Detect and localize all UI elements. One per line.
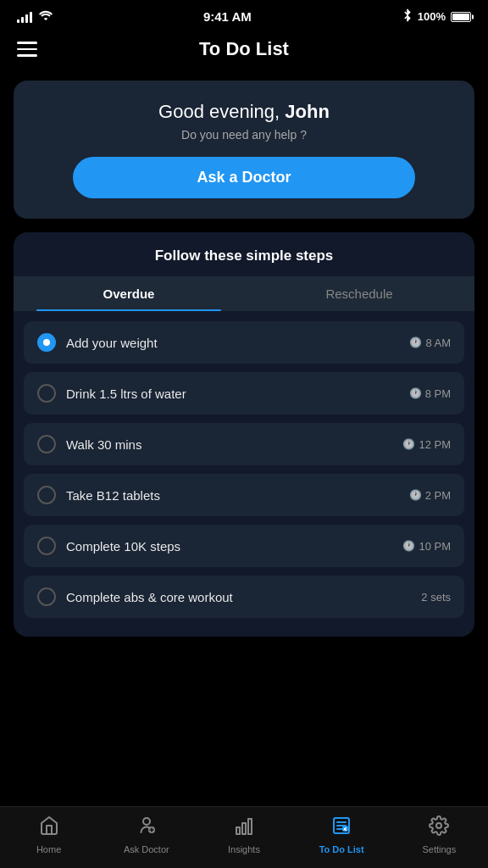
signal-bar-4 <box>30 12 32 23</box>
bluetooth-icon <box>402 8 413 25</box>
hamburger-line-3 <box>17 54 37 57</box>
nav-label-insights: Insights <box>228 844 260 854</box>
wifi-icon <box>39 10 53 23</box>
task-time: 🕐 2 PM <box>409 489 451 502</box>
clock-icon: 🕐 <box>402 438 415 450</box>
task-checkbox[interactable] <box>37 537 56 555</box>
nav-item-ask-doctor[interactable]: Ask Doctor <box>117 815 176 854</box>
task-time: 🕐 10 PM <box>402 540 451 553</box>
bottom-spacer <box>0 637 488 713</box>
task-checkbox[interactable] <box>37 333 56 352</box>
status-bar: 9:41 AM 100% <box>0 0 488 30</box>
header: To Do List <box>0 30 488 74</box>
signal-bar-2 <box>21 17 24 23</box>
greeting-text: Good evening, John <box>30 101 458 123</box>
settings-icon <box>429 815 449 841</box>
svg-point-1 <box>143 818 150 825</box>
signal-bars-icon <box>17 11 32 23</box>
steps-section: Follow these simple steps Overdue Resche… <box>14 232 474 637</box>
task-time: 🕐 8 PM <box>409 387 451 400</box>
tab-reschedule[interactable]: Reschedule <box>244 276 474 311</box>
task-label: Drink 1.5 ltrs of water <box>66 387 186 401</box>
task-item[interactable]: Add your weight 🕐 8 AM <box>24 321 464 364</box>
task-left: Walk 30 mins <box>37 435 141 453</box>
doctor-icon <box>136 815 157 841</box>
task-label: Complete 10K steps <box>66 539 180 554</box>
task-label: Add your weight <box>66 336 158 350</box>
nav-label-settings: Settings <box>422 844 456 854</box>
task-item[interactable]: Take B12 tablets 🕐 2 PM <box>24 474 464 516</box>
hamburger-line-2 <box>17 48 37 51</box>
bottom-nav: Home Ask Doctor Insights <box>0 806 488 868</box>
status-time: 9:41 AM <box>203 9 252 24</box>
nav-label-todo: To Do List <box>319 844 364 854</box>
hamburger-line-1 <box>17 42 37 44</box>
greeting-card: Good evening, John Do you need any help … <box>14 81 474 219</box>
task-checkbox[interactable] <box>37 587 56 606</box>
svg-point-15 <box>436 823 441 828</box>
task-checkbox[interactable] <box>37 384 56 403</box>
clock-icon: 🕐 <box>402 540 415 552</box>
task-left: Take B12 tablets <box>37 486 160 504</box>
task-time: 🕐 12 PM <box>402 438 451 451</box>
clock-icon: 🕐 <box>409 489 422 501</box>
hamburger-menu[interactable] <box>17 42 37 57</box>
steps-header-title: Follow these simple steps <box>14 232 474 276</box>
battery-icon <box>451 12 471 22</box>
status-left <box>17 10 53 23</box>
task-list: Add your weight 🕐 8 AM Drink 1.5 ltrs of… <box>14 318 474 637</box>
nav-item-insights[interactable]: Insights <box>214 815 274 854</box>
signal-bar-3 <box>25 14 28 23</box>
tabs-container: Overdue Reschedule <box>14 276 474 311</box>
clock-icon: 🕐 <box>409 337 422 348</box>
task-time: 2 sets <box>421 591 451 604</box>
task-checkbox[interactable] <box>37 486 56 504</box>
task-item[interactable]: Walk 30 mins 🕐 12 PM <box>24 423 464 465</box>
svg-rect-5 <box>236 827 240 834</box>
status-right: 100% <box>402 8 471 25</box>
task-time: 🕐 8 AM <box>409 337 451 349</box>
task-left: Complete 10K steps <box>37 537 180 555</box>
task-left: Add your weight <box>37 333 158 352</box>
page-title: To Do List <box>199 38 289 60</box>
svg-rect-6 <box>242 823 246 834</box>
svg-rect-7 <box>248 819 252 834</box>
signal-bar-1 <box>17 19 19 23</box>
ask-doctor-button[interactable]: Ask a Doctor <box>73 157 414 198</box>
task-checkbox[interactable] <box>37 435 56 453</box>
nav-item-todo[interactable]: To Do List <box>312 815 371 854</box>
insights-icon <box>234 815 254 841</box>
task-item[interactable]: Complete abs & core workout 2 sets <box>24 576 464 618</box>
nav-item-settings[interactable]: Settings <box>409 815 469 854</box>
nav-label-home: Home <box>36 844 61 854</box>
task-label: Complete abs & core workout <box>66 590 233 604</box>
task-left: Complete abs & core workout <box>37 587 233 606</box>
task-label: Walk 30 mins <box>66 437 141 452</box>
home-icon <box>39 815 59 841</box>
greeting-subtitle: Do you need any help ? <box>30 128 458 142</box>
task-left: Drink 1.5 ltrs of water <box>37 384 186 403</box>
todolist-icon <box>331 815 352 841</box>
nav-label-ask-doctor: Ask Doctor <box>124 844 169 854</box>
tab-overdue[interactable]: Overdue <box>14 276 244 311</box>
greeting-name: John <box>285 101 330 122</box>
greeting-prefix: Good evening, <box>158 101 285 122</box>
battery-percent: 100% <box>418 10 446 23</box>
task-item[interactable]: Complete 10K steps 🕐 10 PM <box>24 525 464 567</box>
nav-item-home[interactable]: Home <box>19 815 79 854</box>
task-label: Take B12 tablets <box>66 488 160 503</box>
clock-icon: 🕐 <box>409 387 422 399</box>
task-item[interactable]: Drink 1.5 ltrs of water 🕐 8 PM <box>24 372 464 415</box>
